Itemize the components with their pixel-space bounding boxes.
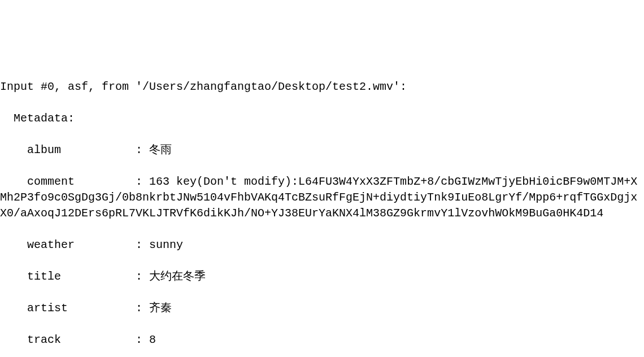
- metadata-track: track : 8: [0, 332, 644, 348]
- metadata-comment: comment : 163 key(Don't modify):L64FU3W4…: [0, 174, 644, 221]
- metadata-weather: weather : sunny: [0, 237, 644, 253]
- metadata-album: album : 冬雨: [0, 142, 644, 158]
- metadata-title: title : 大约在冬季: [0, 269, 644, 285]
- input-header-line: Input #0, asf, from '/Users/zhangfangtao…: [0, 79, 644, 95]
- terminal-output: Input #0, asf, from '/Users/zhangfangtao…: [0, 63, 644, 357]
- metadata-header-line: Metadata:: [0, 111, 644, 127]
- metadata-artist: artist : 齐秦: [0, 301, 644, 316]
